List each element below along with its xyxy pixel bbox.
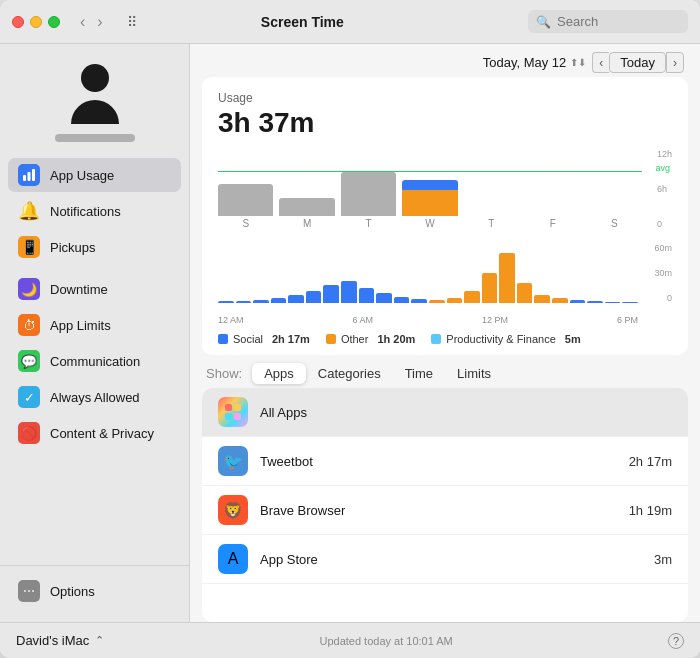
week-day-s2: S xyxy=(587,216,642,229)
daily-bar-3 xyxy=(271,298,287,303)
week-bar-w-top xyxy=(402,180,457,190)
today-button[interactable]: Today xyxy=(609,52,666,73)
notifications-icon: 🔔 xyxy=(18,200,40,222)
svg-rect-6 xyxy=(234,413,241,420)
sidebar-item-communication[interactable]: 💬 Communication xyxy=(8,344,181,378)
week-bar-w-bottom xyxy=(402,190,457,216)
week-label-f: F xyxy=(550,218,556,229)
week-day-w: W xyxy=(402,180,457,229)
search-bar[interactable]: 🔍 xyxy=(528,10,688,33)
weekly-chart: avg S M xyxy=(218,149,672,239)
zoom-button[interactable] xyxy=(48,16,60,28)
avg-line xyxy=(218,171,642,172)
svg-rect-0 xyxy=(23,175,26,181)
date-nav: Today, May 12 ⬆⬇ ‹ Today › xyxy=(190,44,700,77)
app-list-item-tweetbot[interactable]: 🐦 Tweetbot 2h 17m xyxy=(202,437,688,486)
device-label: David's iMac xyxy=(16,633,89,648)
app-time-tweetbot: 2h 17m xyxy=(629,454,672,469)
sidebar-item-app-usage[interactable]: App Usage xyxy=(8,158,181,192)
help-button[interactable]: ? xyxy=(668,633,684,649)
date-next-button[interactable]: › xyxy=(666,52,684,73)
week-label-w: W xyxy=(425,218,434,229)
daily-bar-22 xyxy=(605,302,621,303)
daily-y-axis: 60m 30m 0 xyxy=(654,243,672,303)
app-time-appstore: 3m xyxy=(654,552,672,567)
tab-limits[interactable]: Limits xyxy=(445,363,503,384)
week-label-t1: T xyxy=(366,218,372,229)
options-icon: ⋯ xyxy=(18,580,40,602)
downtime-icon: 🌙 xyxy=(18,278,40,300)
search-input[interactable] xyxy=(557,14,680,29)
week-bar-w-active xyxy=(402,180,457,216)
daily-bar-1 xyxy=(236,301,252,303)
x-label-6am: 6 AM xyxy=(352,315,373,325)
minimize-button[interactable] xyxy=(30,16,42,28)
legend-label-other: Other xyxy=(341,333,369,345)
app-list-item-all-apps[interactable]: All Apps xyxy=(202,388,688,437)
week-label-m: M xyxy=(303,218,311,229)
sidebar-item-label-app-limits: App Limits xyxy=(50,318,111,333)
week-day-t1: T xyxy=(341,172,396,229)
daily-chart: 60m 30m 0 xyxy=(218,243,672,313)
daily-bar-14 xyxy=(464,291,480,303)
updated-text: Updated today at 10:01 AM xyxy=(319,635,452,647)
daily-bar-20 xyxy=(570,300,586,303)
daily-bar-19 xyxy=(552,298,568,303)
week-day-s1: S xyxy=(218,184,273,229)
x-label-6pm: 6 PM xyxy=(617,315,638,325)
app-usage-icon xyxy=(18,164,40,186)
daily-bar-21 xyxy=(587,301,603,303)
app-list-item-brave[interactable]: 🦁 Brave Browser 1h 19m xyxy=(202,486,688,535)
sidebar-item-content-privacy[interactable]: 🚫 Content & Privacy xyxy=(8,416,181,450)
daily-x-axis: 12 AM 6 AM 12 PM 6 PM xyxy=(218,315,672,325)
daily-bar-7 xyxy=(341,281,357,303)
close-button[interactable] xyxy=(12,16,24,28)
y-label-6h: 6h xyxy=(657,184,672,194)
weekly-bars: S M T xyxy=(218,149,672,229)
avatar-body xyxy=(71,100,119,124)
sidebar-item-label-notifications: Notifications xyxy=(50,204,121,219)
sidebar-item-notifications[interactable]: 🔔 Notifications xyxy=(8,194,181,228)
content-privacy-icon: 🚫 xyxy=(18,422,40,444)
y-label-12h: 12h xyxy=(657,149,672,159)
daily-bar-2 xyxy=(253,300,269,303)
daily-bar-23 xyxy=(622,302,638,303)
tab-apps[interactable]: Apps xyxy=(252,363,306,384)
content-panel: Today, May 12 ⬆⬇ ‹ Today › Usage 3h 37m … xyxy=(190,44,700,622)
app-name-appstore: App Store xyxy=(260,552,654,567)
sidebar-item-label-communication: Communication xyxy=(50,354,140,369)
y-label-0: 0 xyxy=(657,219,672,229)
daily-bar-10 xyxy=(394,297,410,303)
x-label-12pm: 12 PM xyxy=(482,315,508,325)
week-bar-m xyxy=(279,198,334,216)
device-selector[interactable]: David's iMac ⌃ xyxy=(16,633,104,648)
app-list-item-appstore[interactable]: A App Store 3m xyxy=(202,535,688,584)
tab-time[interactable]: Time xyxy=(393,363,445,384)
daily-bar-12 xyxy=(429,300,445,303)
sidebar-item-label-pickups: Pickups xyxy=(50,240,96,255)
daily-bar-17 xyxy=(517,283,533,303)
legend-time-social: 2h 17m xyxy=(272,333,310,345)
sidebar-item-downtime[interactable]: 🌙 Downtime xyxy=(8,272,181,306)
legend-label-social: Social xyxy=(233,333,263,345)
week-label-t2: T xyxy=(488,218,494,229)
date-selector[interactable]: Today, May 12 ⬆⬇ xyxy=(483,55,587,70)
tweetbot-icon: 🐦 xyxy=(218,446,248,476)
week-label-s2: S xyxy=(611,218,618,229)
daily-bar-8 xyxy=(359,288,375,303)
week-day-t2: T xyxy=(464,216,519,229)
usage-label: Usage xyxy=(218,91,672,105)
sidebar-item-app-limits[interactable]: ⏱ App Limits xyxy=(8,308,181,342)
main-content: App Usage 🔔 Notifications 📱 Pickups 🌙 Do… xyxy=(0,44,700,622)
sidebar-item-pickups[interactable]: 📱 Pickups xyxy=(8,230,181,264)
sidebar-item-options[interactable]: ⋯ Options xyxy=(8,574,181,608)
week-bar-s1 xyxy=(218,184,273,216)
profile-section xyxy=(0,56,189,158)
avatar-head xyxy=(81,64,109,92)
tab-categories[interactable]: Categories xyxy=(306,363,393,384)
sidebar-item-always-allowed[interactable]: ✓ Always Allowed xyxy=(8,380,181,414)
sidebar-item-label-content-privacy: Content & Privacy xyxy=(50,426,154,441)
daily-bar-4 xyxy=(288,295,304,303)
date-prev-button[interactable]: ‹ xyxy=(592,52,609,73)
sidebar-item-label-always-allowed: Always Allowed xyxy=(50,390,140,405)
